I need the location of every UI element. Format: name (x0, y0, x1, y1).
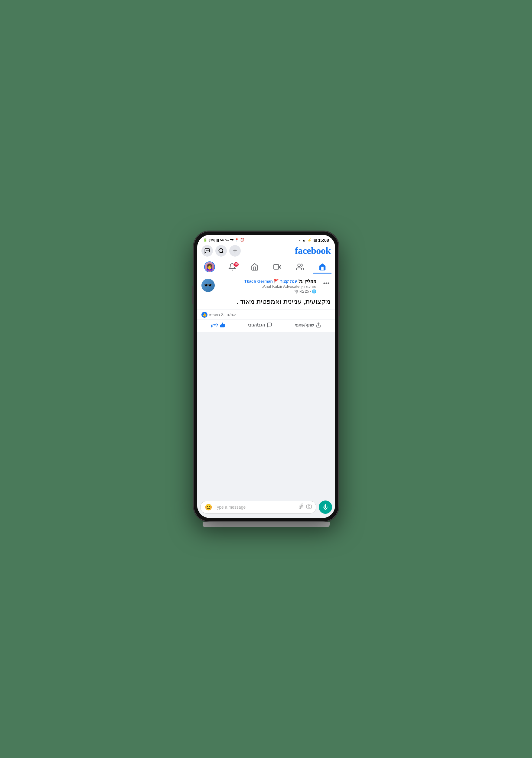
svg-point-8 (298, 264, 300, 266)
post-reactions-bar[interactable]: את/ה ו-2 נוספים 👍 (197, 310, 335, 320)
attachment-button[interactable] (299, 503, 304, 510)
svg-point-10 (308, 506, 310, 507)
post-meta: ממליץ על ענת קציר 🚩 Tkach German עורכת ד… (215, 279, 317, 294)
target-name[interactable]: ענת קציר (280, 279, 297, 284)
share-button[interactable]: שתף/שתפי (291, 321, 325, 329)
post-more-button[interactable]: ••• (322, 279, 331, 288)
bluetooth-icon: ⚡ (307, 238, 312, 242)
like-icon (220, 322, 225, 328)
status-left: 🔋 87% ||| 5G VoLTE 📍 ⏰ (203, 238, 245, 242)
search-button[interactable] (215, 245, 227, 257)
reactions-label: את/ה ו-2 נוספים (209, 313, 236, 317)
tab-profile[interactable]: 🙍‍♀️ (198, 259, 221, 275)
camera-icon (306, 503, 312, 509)
thumb-reaction-icon: 👍 (201, 312, 208, 318)
tab-friends[interactable] (288, 260, 311, 273)
share-icon (316, 322, 321, 328)
svg-rect-7 (274, 264, 279, 269)
mic-button[interactable] (319, 500, 332, 514)
alarm-icon: ⏰ (240, 238, 244, 242)
post-card: ••• ממליץ על ענת קציר 🚩 Tkach German (197, 275, 335, 332)
svg-point-1 (206, 250, 206, 251)
tab-notifications[interactable]: 10 (221, 260, 244, 273)
wifi-icon: ▲ (302, 238, 306, 242)
signal-bars: ||| (216, 238, 219, 242)
tab-watch[interactable] (266, 260, 289, 273)
message-input-wrap[interactable]: 😊 Type a message (200, 501, 316, 513)
dot-icon: ● (299, 239, 301, 241)
location-icon: 📍 (235, 238, 239, 242)
status-bar: 🔋 87% ||| 5G VoLTE 📍 ⏰ ● ▲ ⚡ ▤ 15:08 (197, 235, 335, 244)
recommends-label: ממליץ על (299, 279, 317, 284)
tab-home[interactable] (311, 260, 334, 273)
post-author-line: ממליץ על ענת קציר 🚩 Tkach German (215, 279, 317, 285)
time-text: 25 באוקי׳ (293, 289, 309, 293)
profile-avatar: 🙍‍♀️ (204, 261, 215, 272)
share-label: שתף/שתפי (295, 323, 314, 327)
nav-tabs: 🙍‍♀️ 10 (197, 259, 335, 275)
facebook-logo: facebook (295, 245, 331, 256)
like-button[interactable]: לייק (207, 321, 229, 329)
marketplace-icon (251, 263, 259, 271)
phone-frame: 🔋 87% ||| 5G VoLTE 📍 ⏰ ● ▲ ⚡ ▤ 15:08 (194, 231, 339, 522)
header-action-icons (201, 245, 241, 257)
news-feed[interactable]: ••• ממליץ על ענת קציר 🚩 Tkach German (197, 275, 335, 498)
network-type: 5G (220, 238, 224, 242)
tab-marketplace[interactable] (244, 260, 266, 273)
svg-marker-6 (279, 265, 281, 268)
post-time: 🌐 · 25 באוקי׳ (215, 289, 317, 293)
post-text: מקצועית, עניינית ואמפטית מאוד . (201, 297, 331, 306)
like-label: לייק (211, 323, 218, 327)
emoji-button[interactable]: 😊 (205, 503, 212, 511)
comment-button[interactable]: הגב/הגיבי (244, 321, 276, 329)
post-avatar[interactable]: 🕶️ (201, 279, 215, 292)
flag-icon: 🚩 (274, 279, 279, 284)
post-actions-bar: שתף/שתפי הגב/הגיבי (197, 320, 335, 332)
microphone-icon (322, 504, 328, 510)
svg-point-3 (219, 249, 222, 252)
create-button[interactable] (229, 245, 241, 257)
time-display: 15:08 (318, 238, 329, 243)
comment-label: הגב/הגיבי (248, 323, 265, 327)
phone-shelf (203, 522, 330, 527)
battery-percent: 87% (209, 238, 215, 242)
globe-icon: 🌐 (312, 289, 316, 293)
phone-screen: 🔋 87% ||| 5G VoLTE 📍 ⏰ ● ▲ ⚡ ▤ 15:08 (197, 235, 335, 518)
notifications-badge: 10 (233, 262, 239, 267)
svg-point-0 (207, 250, 207, 251)
home-icon (318, 263, 326, 271)
post-page-name[interactable]: עורכת דין Anat Katzir Advocate. (215, 284, 317, 289)
messenger-button[interactable] (201, 245, 213, 257)
battery-icon: 🔋 (203, 238, 208, 242)
volte-label: VoLTE (225, 239, 233, 242)
paperclip-icon (299, 503, 304, 509)
author-avatar-image: 🕶️ (201, 279, 215, 292)
sim-icon: ▤ (313, 238, 317, 242)
friends-icon (296, 263, 304, 271)
author-name[interactable]: Tkach German (244, 279, 273, 284)
camera-button[interactable] (306, 503, 312, 510)
post-content: מקצועית, עניינית ואמפטית מאוד . (197, 296, 335, 310)
post-header: ••• ממליץ על ענת קציר 🚩 Tkach German (197, 275, 335, 296)
svg-point-2 (208, 250, 208, 251)
message-bar: 😊 Type a message (197, 498, 335, 518)
status-right: ● ▲ ⚡ ▤ 15:08 (299, 238, 329, 243)
fb-app-header: facebook (197, 244, 335, 259)
watch-icon (273, 263, 281, 271)
comment-icon (267, 322, 272, 328)
message-input[interactable]: Type a message (215, 505, 296, 509)
avatar-image: 🙍‍♀️ (205, 262, 215, 272)
